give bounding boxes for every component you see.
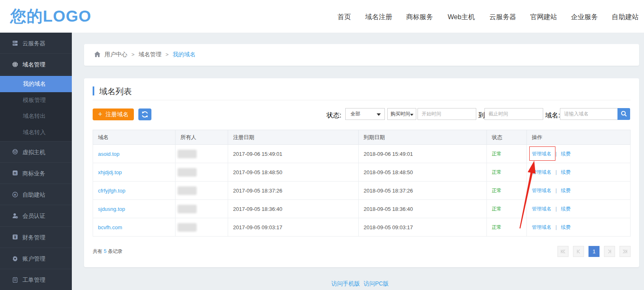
svg-text:e: e <box>14 192 16 197</box>
svg-text:¥: ¥ <box>14 235 16 239</box>
svg-text:R: R <box>14 171 17 175</box>
